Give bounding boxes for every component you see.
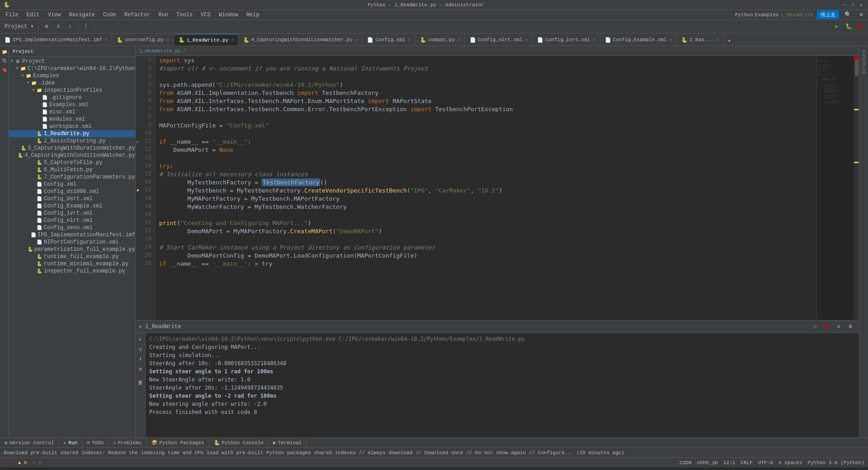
menu-navigate[interactable]: Navigate: [65, 11, 99, 19]
menu-code[interactable]: Code: [99, 11, 120, 19]
tree-item[interactable]: 🐍 2_BasicCapturing.py: [9, 137, 135, 145]
tree-item[interactable]: 📄 Config_dsrt.xml: [9, 195, 135, 202]
menu-vcs[interactable]: VCS: [197, 11, 214, 19]
tree-item[interactable]: ▼ 📁 Examples: [9, 72, 135, 80]
tree-item[interactable]: 🐍 runtime_full_example.py: [9, 253, 135, 260]
tree-item[interactable]: 📄 workspace.xml: [9, 123, 135, 130]
toolbar-stop-btn[interactable]: ⏹: [855, 22, 865, 32]
menu-window[interactable]: Window: [215, 11, 242, 19]
tab-readwrite[interactable]: 🐍 1_ReadWrite.py ✕: [174, 34, 239, 46]
toolbar-menu-btn[interactable]: ⋮: [81, 22, 91, 32]
tree-item[interactable]: ▼ 🖥 Project: [9, 58, 135, 65]
tab-close-config[interactable]: ✕: [408, 38, 410, 42]
maximize-button[interactable]: □: [850, 2, 856, 8]
tree-item[interactable]: ▼ 📁 .idea: [9, 80, 135, 87]
tab-basic[interactable]: 🐍 2_Bas... ✕: [677, 34, 723, 46]
toolbar-debug-btn[interactable]: 🐛: [844, 22, 854, 32]
tree-item[interactable]: 🐍 5_CaptureToFile.py: [9, 159, 135, 166]
tab-config-lvrt[interactable]: 📄 Config_lvrt.xml ✕: [533, 34, 600, 46]
right-scrollbar[interactable]: [853, 56, 859, 320]
sidebar-icon-bookmarks[interactable]: 🔖: [0, 66, 9, 74]
tab-close-compat[interactable]: ✕: [458, 38, 460, 42]
run-rerun-icon[interactable]: ↺: [137, 345, 145, 353]
tab-compat[interactable]: 🐍 compat.py ✕: [415, 34, 465, 46]
cursor-position[interactable]: 12:1: [723, 460, 735, 465]
python-version[interactable]: Python 3.6 (Python): [808, 460, 864, 465]
tree-item[interactable]: 🐍 runtime_minimal_example.py: [9, 260, 135, 268]
tree-item[interactable]: 🐍 3_CapturingWithDurationWatcher.py: [9, 145, 135, 152]
tree-item[interactable]: 🐍 1_ReadWrite.py: [9, 130, 135, 137]
tab-close-config-lvrt[interactable]: ✕: [593, 38, 595, 42]
search-button[interactable]: 🔍: [843, 10, 853, 20]
indent[interactable]: 4 spaces: [778, 460, 802, 465]
tree-item[interactable]: 📄 IPG_ImplementationManifest.imf: [9, 231, 135, 239]
minimize-button[interactable]: —: [842, 2, 848, 8]
tree-item[interactable]: 🐍 7_ConfigurationParameters.py: [9, 174, 135, 181]
close-output-button[interactable]: ✕: [834, 322, 844, 332]
settings-output-button[interactable]: ⚙: [845, 322, 855, 332]
tree-item[interactable]: ▼ 📁 inspectionProfiles: [9, 87, 135, 94]
toolbar-run-btn[interactable]: ▶: [832, 22, 842, 32]
project-toggle[interactable]: Project ▾: [3, 23, 36, 30]
tree-item[interactable]: 📄 Examples.xml: [9, 101, 135, 108]
tab-close-config-nlrt[interactable]: ✕: [525, 38, 528, 42]
run-filter-icon[interactable]: ⚙: [137, 365, 145, 373]
toolbar-sort-btn[interactable]: ↕: [65, 22, 75, 32]
tab-ipg[interactable]: 📄 IPG_ImplementationManifest.imf ✕: [0, 34, 112, 46]
menu-help[interactable]: Help: [243, 11, 263, 19]
tree-item[interactable]: 📄 Config_nlrt.xml: [9, 217, 135, 224]
python-packages-btn[interactable]: 📦 Python Packages: [147, 438, 209, 448]
tree-item[interactable]: 🐍 4_CapturingWithConditionWatcher.py: [9, 152, 135, 159]
tab-capturing[interactable]: 🐍 4_CapturingWithConditionWatcher.py ✕: [239, 34, 363, 46]
run-btn[interactable]: ▶ Run: [59, 438, 82, 448]
tab-config[interactable]: 📄 Config.xml ✕: [363, 34, 415, 46]
tree-item[interactable]: 🐍 6_MultiFetch.py: [9, 166, 135, 174]
menu-view[interactable]: View: [44, 11, 65, 19]
rerun-button[interactable]: ↺: [810, 322, 820, 332]
tab-config-example[interactable]: 📄 Config_Example.xml ✕: [600, 34, 677, 46]
problems-btn[interactable]: ⚠ Problems: [108, 438, 146, 448]
structure-icon[interactable]: Structure: [860, 48, 868, 76]
toolbar-settings-btn[interactable]: ⚙: [42, 22, 52, 32]
tab-close-capturing[interactable]: ✕: [355, 38, 358, 42]
charset[interactable]: UTF-8: [758, 460, 773, 465]
run-play-icon[interactable]: ▶: [137, 335, 145, 343]
menu-file[interactable]: File: [2, 11, 22, 19]
toolbar-list-btn[interactable]: ≡: [53, 22, 63, 32]
tree-item[interactable]: 📄 misc.xml: [9, 108, 135, 116]
tree-item[interactable]: 📄 Config_ds1006.xml: [9, 188, 135, 195]
tab-close-readwrite[interactable]: ✕: [231, 38, 233, 42]
close-button[interactable]: ✕: [858, 2, 864, 8]
tree-item[interactable]: 📄 modules.xml: [9, 116, 135, 123]
tree-item[interactable]: ▼ 📁 C:\IPG\carmaker\win64-10.2\Python: [9, 65, 135, 72]
tree-item[interactable]: 📄 Config_lvrt.xml: [9, 210, 135, 217]
tab-userconfig[interactable]: 🐍 userconfig.py ✕: [112, 34, 174, 46]
line-endings[interactable]: CRLF: [741, 460, 752, 465]
run-scroll-icon[interactable]: ⬇: [137, 355, 145, 363]
tree-item[interactable]: 📄 NIPortConfiguration.xml: [9, 239, 135, 246]
run-trash-icon[interactable]: 🗑: [137, 378, 145, 386]
tree-item[interactable]: 📄 Config_xeno.xml: [9, 224, 135, 231]
menu-edit[interactable]: Edit: [23, 11, 43, 19]
menu-run[interactable]: Run: [155, 11, 172, 19]
tab-config-nlrt[interactable]: 📄 Config_nlrt.xml ✕: [465, 34, 533, 46]
tree-item[interactable]: 📄 .gitignore: [9, 94, 135, 101]
run-tab-label[interactable]: ▶ 1_ReadWrite: [139, 323, 181, 330]
terminal-btn[interactable]: ▶ Terminal: [269, 438, 307, 448]
todo-btn[interactable]: ≡ TODO: [82, 438, 108, 448]
tree-item[interactable]: 🐍 parametrization_full_example.py: [9, 246, 135, 253]
version-control-btn[interactable]: ◉ Version Control: [0, 438, 59, 448]
tab-close-config-example[interactable]: ✕: [669, 38, 671, 42]
code-content[interactable]: import sys#import clr # <- uncomment if …: [156, 56, 816, 320]
tree-item[interactable]: 🐍 inspector_full_example.py: [9, 268, 135, 275]
stop-button[interactable]: ⏹: [822, 322, 832, 332]
sidebar-icon-project[interactable]: 📁: [0, 48, 9, 56]
tab-overflow-btn[interactable]: ▾: [724, 36, 734, 46]
tree-item[interactable]: 📄 Config_Example.xml: [9, 202, 135, 210]
settings-button[interactable]: ⚙: [856, 10, 866, 20]
sidebar-icon-structure[interactable]: 🏗: [0, 57, 9, 65]
tab-close-basic[interactable]: ✕: [716, 38, 718, 42]
tree-item[interactable]: 📄 Config.xml: [9, 181, 135, 188]
menu-tools[interactable]: Tools: [173, 11, 196, 19]
tab-close-ipg[interactable]: ✕: [105, 38, 107, 42]
